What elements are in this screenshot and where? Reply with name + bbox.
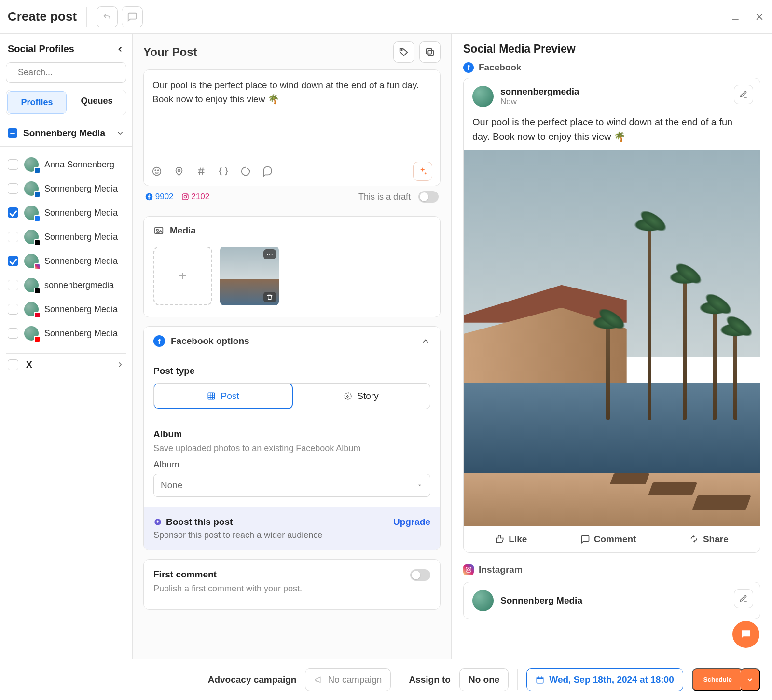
assign-select[interactable]: No one	[459, 668, 509, 691]
comment-button[interactable]: Comment	[580, 534, 636, 545]
profile-row[interactable]: Sonnenberg Media	[8, 201, 124, 225]
add-media-button[interactable]	[153, 247, 212, 305]
search-input-wrap[interactable]	[6, 62, 126, 83]
profile-row[interactable]: sonnenbergmedia	[8, 273, 124, 297]
draft-toggle[interactable]	[418, 191, 439, 203]
variable-button[interactable]	[218, 166, 229, 177]
post-type-story[interactable]: Story	[292, 384, 430, 409]
search-input[interactable]	[18, 68, 130, 78]
sidebar-section-x[interactable]: X	[6, 353, 126, 376]
share-button[interactable]: Share	[689, 534, 729, 545]
schedule-date-value: Wed, Sep 18th, 2024 at 18:00	[549, 674, 674, 685]
profile-name: sonnenbergmedia	[44, 280, 114, 290]
svg-point-11	[178, 169, 180, 172]
emoji-button[interactable]	[152, 166, 162, 177]
upgrade-link[interactable]: Upgrade	[393, 517, 430, 527]
comment-icon	[127, 12, 138, 22]
profile-checkbox[interactable]	[8, 159, 18, 170]
profile-row[interactable]: Anna Sonnenberg	[8, 152, 124, 177]
ai-assist-button[interactable]	[413, 162, 432, 181]
group-expand-button[interactable]	[116, 129, 124, 137]
help-chat-button[interactable]	[732, 621, 759, 648]
undo-button[interactable]	[96, 6, 118, 27]
chevron-right-icon	[116, 360, 124, 369]
chevron-up-icon	[421, 336, 430, 346]
svg-point-18	[184, 195, 186, 198]
profile-row[interactable]: Sonnenberg Media	[8, 177, 124, 201]
edit-preview-button[interactable]	[734, 85, 753, 104]
svg-point-10	[158, 170, 159, 171]
network-badge-icon	[34, 239, 41, 246]
like-button[interactable]: Like	[495, 534, 527, 545]
sidebar-collapse-button[interactable]	[116, 45, 124, 54]
duplicate-button[interactable]	[419, 41, 441, 63]
close-button[interactable]	[755, 12, 764, 22]
compose-textarea[interactable]: Our pool is the perfect place to wind do…	[144, 70, 440, 157]
tab-queues[interactable]: Queues	[68, 90, 126, 115]
network-badge-icon	[34, 167, 41, 174]
profile-row[interactable]: Sonnenberg Media	[8, 297, 124, 321]
album-title: Album	[153, 429, 430, 439]
profile-checkbox[interactable]	[8, 232, 18, 242]
post-type-toggle: Post Story	[153, 383, 430, 409]
instagram-icon	[463, 564, 474, 575]
chat-icon	[740, 628, 752, 641]
comment-button[interactable]	[122, 6, 143, 27]
svg-rect-7	[427, 49, 432, 54]
facebook-post-time: Now	[500, 97, 579, 107]
facebook-action-bar: Like Comment Share	[464, 526, 760, 552]
profile-checkbox[interactable]	[8, 304, 18, 315]
profile-row[interactable]: Sonnenberg Media	[8, 321, 124, 345]
album-select[interactable]: None	[153, 474, 430, 497]
profile-checkbox[interactable]	[8, 280, 18, 290]
tag-button[interactable]	[393, 41, 414, 63]
x-section-checkbox[interactable]	[8, 359, 18, 370]
campaign-select[interactable]: No campaign	[305, 668, 391, 691]
location-button[interactable]	[174, 166, 184, 177]
album-select-value: None	[161, 480, 182, 491]
divider	[517, 669, 518, 690]
profile-name: Anna Sonnenberg	[44, 160, 114, 170]
boost-icon	[153, 518, 162, 526]
media-thumbnail[interactable]: ⋯	[220, 247, 279, 305]
profile-avatar	[24, 181, 39, 196]
first-comment-toggle[interactable]	[410, 569, 430, 581]
profile-group-row[interactable]: Sonnenberg Media	[6, 126, 126, 146]
x-section-label: X	[26, 359, 32, 370]
tab-profiles[interactable]: Profiles	[7, 91, 67, 114]
schedule-date-picker[interactable]: Wed, Sep 18th, 2024 at 18:00	[526, 668, 683, 691]
plus-icon	[177, 270, 189, 282]
minimize-button[interactable]	[731, 12, 740, 22]
hashtag-button[interactable]	[196, 166, 207, 177]
schedule-dropdown-button[interactable]	[740, 668, 760, 691]
ig-char-count: 2102	[181, 192, 210, 202]
edit-preview-button[interactable]	[734, 589, 753, 608]
profile-checkbox[interactable]	[8, 207, 18, 218]
media-delete-button[interactable]	[263, 292, 276, 302]
group-checkbox-indeterminate[interactable]	[8, 128, 17, 138]
profile-row[interactable]: Sonnenberg Media	[8, 225, 124, 249]
facebook-label-row: f Facebook	[463, 62, 760, 73]
svg-rect-6	[428, 50, 433, 55]
divider	[86, 7, 87, 27]
profile-row[interactable]: Sonnenberg Media	[8, 249, 124, 273]
snippet-button[interactable]	[240, 166, 251, 177]
grid-icon	[207, 392, 216, 400]
instagram-avatar	[472, 590, 494, 611]
media-more-button[interactable]: ⋯	[263, 249, 276, 259]
facebook-options-title: Facebook options	[171, 336, 249, 346]
facebook-icon: f	[463, 62, 474, 73]
schedule-button[interactable]: Schedule	[692, 668, 744, 691]
profile-name: Sonnenberg Media	[44, 304, 118, 315]
profile-checkbox[interactable]	[8, 328, 18, 339]
profile-checkbox[interactable]	[8, 256, 18, 266]
thread-button[interactable]	[262, 166, 273, 177]
profile-checkbox[interactable]	[8, 183, 18, 194]
divider	[400, 669, 400, 690]
collapse-button[interactable]	[421, 336, 430, 346]
profile-avatar	[24, 230, 39, 244]
facebook-options-panel: f Facebook options Post type Post Stor	[143, 326, 441, 550]
post-type-post[interactable]: Post	[153, 383, 293, 409]
network-badge-icon	[34, 215, 41, 222]
braces-icon	[218, 166, 229, 177]
